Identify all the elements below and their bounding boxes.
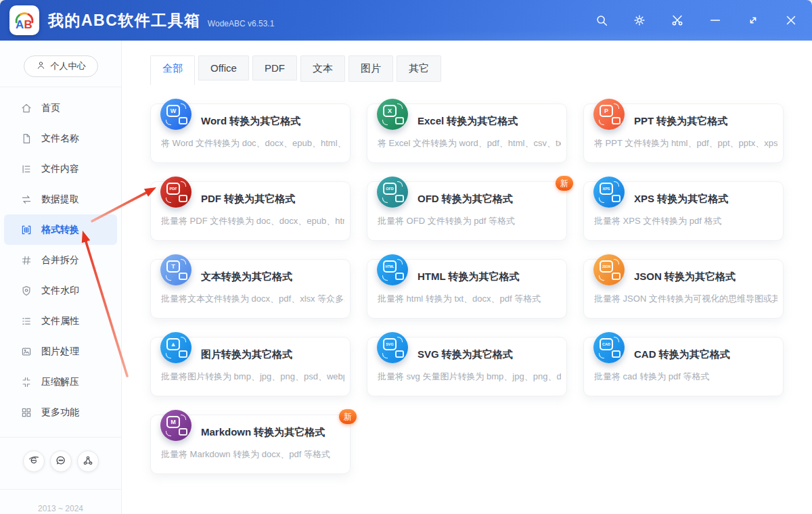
new-badge: 新 — [339, 409, 357, 424]
sidebar-footer: 2013 ~ 2024 © WodeABC.com 版权所有 — [0, 427, 121, 514]
card-description: 批量将 Markdown 转换为 docx、pdf 等格式 — [161, 448, 344, 461]
card-title: Word 转换为其它格式 — [201, 115, 300, 128]
card-xps-convert[interactable]: XPSXPS 转换为其它格式批量将 XPS 文件转换为 pdf 格式 — [583, 181, 784, 241]
card-excel-convert[interactable]: XExcel 转换为其它格式将 Excel 文件转换为 word、pdf、htm… — [367, 103, 567, 163]
html-convert-icon: HTML — [377, 254, 408, 285]
close-icon — [784, 13, 798, 28]
icon-format-label: W — [166, 105, 180, 117]
icon-target-box — [612, 273, 621, 280]
sidebar-item-label: 压缩解压 — [41, 376, 79, 388]
card-description: 批量将 cad 转换为 pdf 等格式 — [594, 371, 777, 383]
word-convert-icon: W — [160, 99, 191, 130]
sidebar-item-watermark[interactable]: 文件水印 — [0, 275, 121, 306]
sidebar-item-label: 图片处理 — [41, 346, 79, 358]
sidebar-item-label: 数据提取 — [41, 193, 79, 206]
sidebar-item-more[interactable]: 更多功能 — [0, 397, 121, 427]
icon-format-label: JSON — [600, 260, 613, 273]
svg-text:A: A — [16, 18, 24, 31]
tab-image[interactable]: 图片 — [348, 55, 393, 82]
icon-target-box — [612, 350, 621, 358]
feedback-link-button[interactable] — [50, 450, 72, 472]
sidebar-item-label: 更多功能 — [41, 406, 79, 419]
icon-format-label: OFD — [383, 183, 397, 195]
sidebar-item-compress[interactable]: 压缩解压 — [0, 367, 121, 397]
format-convert-icon — [20, 224, 32, 236]
ofd-convert-icon: OFD — [377, 177, 408, 208]
sidebar-item-file-props[interactable]: 文件属性 — [0, 306, 121, 336]
copyright-years: 2013 ~ 2024 — [0, 501, 121, 514]
card-title: Markdown 转换为其它格式 — [201, 426, 325, 439]
more-icon — [20, 406, 32, 419]
close-button[interactable] — [784, 13, 798, 28]
user-center-button[interactable]: 个人中心 — [24, 55, 98, 77]
icon-target-box — [179, 117, 187, 124]
icon-format-label: P — [600, 105, 613, 117]
new-badge: 新 — [556, 176, 573, 191]
json-convert-icon: JSON — [593, 254, 625, 285]
ppt-convert-icon: P — [593, 99, 625, 130]
category-tabs: 全部OfficePDF文本图片其它 — [150, 55, 784, 85]
screenshot-button[interactable] — [670, 13, 685, 28]
card-title: XPS 转换为其它格式 — [634, 193, 728, 206]
sidebar-item-data-extract[interactable]: 数据提取 — [0, 184, 121, 214]
card-text-convert[interactable]: T文本转换为其它格式批量将文本文件转换为 docx、pdf、xlsx 等众多格式 — [150, 259, 351, 319]
abc-logo-icon: A B — [12, 9, 37, 32]
app-body: 个人中心 首页文件名称文件内容数据提取格式转换合并拆分文件水印文件属性图片处理压… — [0, 41, 812, 514]
pdf-convert-icon: PDF — [160, 177, 191, 208]
icon-target-box — [612, 195, 621, 202]
share-link-button[interactable] — [77, 450, 99, 472]
sidebar-nav: 首页文件名称文件内容数据提取格式转换合并拆分文件水印文件属性图片处理压缩解压更多… — [0, 93, 121, 427]
card-cad-convert[interactable]: CADCAD 转换为其它格式批量将 cad 转换为 pdf 等格式 — [583, 337, 784, 396]
card-word-convert[interactable]: WWord 转换为其它格式将 Word 文件转换为 doc、docx、epub、… — [150, 103, 351, 163]
sidebar-item-format-convert[interactable]: 格式转换 — [4, 214, 117, 245]
minimize-icon — [708, 13, 723, 28]
card-ppt-convert[interactable]: PPPT 转换为其它格式将 PPT 文件转换为 html、pdf、ppt、ppt… — [583, 103, 784, 163]
icon-format-label: XPS — [600, 183, 613, 195]
image-process-icon — [20, 346, 32, 358]
sidebar-divider-top — [0, 87, 121, 87]
tab-all[interactable]: 全部 — [150, 55, 195, 85]
card-description: 批量将 JSON 文件转换为可视化的思维导图或其它格式 — [594, 293, 777, 305]
settings-button[interactable] — [632, 13, 647, 28]
text-convert-icon: T — [160, 254, 191, 285]
maximize-icon — [746, 13, 761, 28]
card-image-convert[interactable]: ▲图片转换为其它格式批量将图片转换为 bmp、jpg、png、psd、webp、 — [150, 337, 351, 396]
tab-text[interactable]: 文本 — [300, 55, 345, 82]
card-html-convert[interactable]: HTMLHTML 转换为其它格式批量将 html 转换为 txt、docx、pd… — [367, 259, 567, 319]
sidebar-item-home[interactable]: 首页 — [0, 93, 121, 123]
sidebar-divider-links — [0, 437, 121, 438]
tab-other[interactable]: 其它 — [397, 55, 441, 82]
excel-convert-icon: X — [377, 99, 408, 130]
minimize-button[interactable] — [708, 13, 723, 28]
card-markdown-convert[interactable]: MMarkdown 转换为其它格式批量将 Markdown 转换为 docx、p… — [150, 415, 351, 474]
icon-target-box — [395, 273, 404, 280]
search-button[interactable] — [594, 13, 609, 28]
card-description: 批量将 XPS 文件转换为 pdf 格式 — [594, 215, 777, 227]
sidebar-item-image-process[interactable]: 图片处理 — [0, 336, 121, 367]
markdown-convert-icon: M — [160, 410, 191, 441]
card-title: Excel 转换为其它格式 — [418, 115, 518, 128]
app-window: A B 我的ABC软件工具箱 WodeABC v6.53.1 个人中心 首页文件… — [0, 0, 812, 514]
icon-format-label: ▲ — [166, 338, 180, 350]
card-description: 批量将文本文件转换为 docx、pdf、xlsx 等众多格式 — [161, 293, 344, 305]
file-name-icon — [20, 133, 32, 145]
sidebar: 个人中心 首页文件名称文件内容数据提取格式转换合并拆分文件水印文件属性图片处理压… — [0, 41, 122, 514]
card-pdf-convert[interactable]: PDFPDF 转换为其它格式批量将 PDF 文件转换为 doc、docx、epu… — [150, 181, 351, 241]
tab-pdf[interactable]: PDF — [252, 55, 297, 80]
card-svg-convert[interactable]: SVGSVG 转换为其它格式批量将 svg 矢量图片转换为 bmp、jpg、pn… — [367, 337, 567, 396]
card-title: HTML 转换为其它格式 — [418, 271, 520, 283]
card-ofd-convert[interactable]: OFDOFD 转换为其它格式批量将 OFD 文件转换为 pdf 等格式新 — [367, 181, 567, 241]
sidebar-item-merge-split[interactable]: 合并拆分 — [0, 245, 121, 275]
icon-target-box — [612, 117, 621, 124]
compress-icon — [20, 376, 32, 388]
sidebar-item-file-name[interactable]: 文件名称 — [0, 123, 121, 154]
app-title: 我的ABC软件工具箱 — [48, 10, 201, 31]
icon-target-box — [395, 195, 404, 202]
maximize-button[interactable] — [746, 13, 761, 28]
card-title: JSON 转换为其它格式 — [634, 271, 736, 283]
sidebar-item-file-content[interactable]: 文件内容 — [0, 154, 121, 184]
icon-format-label: SVG — [383, 338, 397, 350]
tab-office[interactable]: Office — [198, 55, 249, 80]
browser-link-button[interactable] — [23, 450, 45, 472]
card-json-convert[interactable]: JSONJSON 转换为其它格式批量将 JSON 文件转换为可视化的思维导图或其… — [583, 259, 784, 319]
